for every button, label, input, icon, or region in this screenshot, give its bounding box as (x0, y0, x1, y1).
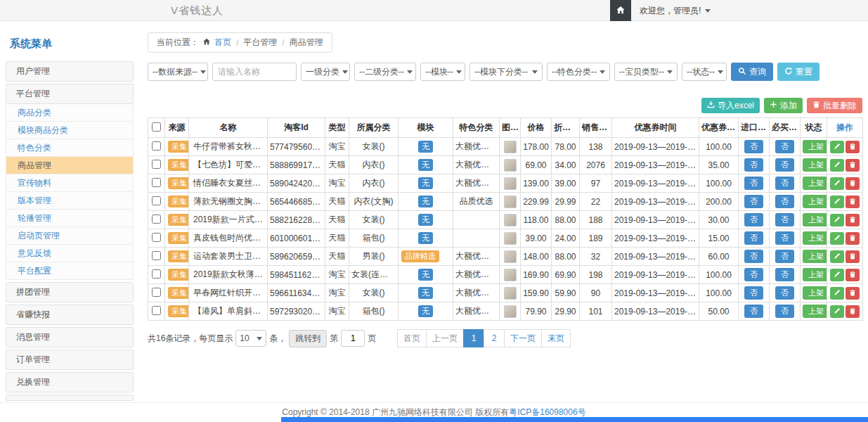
edit-button[interactable] (830, 232, 844, 245)
page-button[interactable]: 末页 (541, 329, 571, 347)
sidebar-item[interactable]: 省赚快报 (6, 305, 134, 325)
must-buy-toggle[interactable]: 否 (775, 231, 794, 245)
sidebar-item[interactable]: 轮播管理 (6, 210, 134, 227)
jump-button[interactable]: 跳转到 (289, 330, 327, 347)
row-checkbox[interactable] (152, 141, 161, 151)
import-optimal-toggle[interactable]: 否 (744, 268, 763, 281)
page-number-input[interactable] (341, 330, 365, 347)
sidebar-item-clipped[interactable] (6, 395, 134, 401)
edit-button[interactable] (830, 141, 844, 153)
sidebar-item[interactable]: 版本管理 (6, 192, 134, 210)
page-button[interactable]: 1 (463, 329, 484, 347)
edit-button[interactable] (830, 159, 844, 172)
data-source-select[interactable]: --数据来源-- (148, 63, 208, 81)
status-button[interactable]: 上架 (803, 305, 827, 318)
home-button[interactable] (610, 0, 631, 21)
edit-button[interactable] (830, 214, 844, 226)
must-buy-toggle[interactable]: 否 (775, 305, 794, 318)
sidebar-item[interactable]: 用户管理 (6, 61, 134, 82)
sidebar-item[interactable]: 特色分类 (6, 139, 134, 157)
must-buy-toggle[interactable]: 否 (775, 158, 794, 172)
import-optimal-toggle[interactable]: 否 (744, 140, 763, 153)
status-select[interactable]: --状态-- (682, 63, 727, 81)
search-button[interactable]: 查询 (731, 63, 773, 81)
status-button[interactable]: 上架 (803, 195, 827, 208)
page-size-select[interactable]: 10 (235, 330, 266, 347)
row-checkbox[interactable] (152, 306, 161, 315)
sidebar-item[interactable]: 启动页管理 (6, 227, 134, 245)
reset-button[interactable]: 重置 (777, 63, 820, 81)
status-button[interactable]: 上架 (803, 231, 827, 245)
sidebar-item[interactable]: 平台配置 (6, 262, 134, 280)
edit-button[interactable] (830, 305, 844, 318)
must-buy-toggle[interactable]: 否 (775, 213, 794, 226)
import-optimal-toggle[interactable]: 否 (744, 195, 763, 208)
row-checkbox[interactable] (152, 269, 161, 279)
row-checkbox[interactable] (152, 288, 161, 297)
status-button[interactable]: 上架 (803, 158, 827, 172)
row-checkbox[interactable] (152, 196, 161, 205)
edit-button[interactable] (830, 177, 844, 190)
import-optimal-toggle[interactable]: 否 (744, 158, 763, 172)
status-button[interactable]: 上架 (803, 140, 827, 153)
sidebar-item[interactable]: 订单管理 (6, 350, 134, 370)
delete-button[interactable] (846, 287, 860, 300)
module-subcategory-select[interactable]: --模块下分类-- (469, 63, 543, 81)
name-search-input[interactable] (212, 63, 297, 81)
module-select[interactable]: --模块-- (420, 63, 465, 81)
import-excel-button[interactable]: 导入excel (701, 98, 760, 113)
select-all-checkbox[interactable] (152, 122, 161, 132)
row-checkbox[interactable] (152, 233, 161, 242)
status-button[interactable]: 上架 (803, 250, 827, 263)
must-buy-toggle[interactable]: 否 (775, 250, 794, 263)
row-checkbox[interactable] (152, 178, 161, 187)
import-optimal-toggle[interactable]: 否 (744, 305, 763, 318)
delete-button[interactable] (846, 232, 860, 245)
level1-category-select[interactable]: 一级分类 (301, 63, 350, 81)
delete-button[interactable] (846, 269, 860, 281)
add-button[interactable]: 添加 (764, 98, 803, 113)
delete-button[interactable] (846, 159, 860, 172)
sidebar-item[interactable]: 消息管理 (6, 327, 134, 347)
delete-button[interactable] (846, 141, 860, 153)
status-button[interactable]: 上架 (803, 213, 827, 226)
import-optimal-toggle[interactable]: 否 (744, 177, 763, 190)
delete-button[interactable] (846, 177, 860, 190)
must-buy-toggle[interactable]: 否 (775, 286, 794, 300)
row-checkbox[interactable] (152, 215, 161, 224)
delete-button[interactable] (846, 196, 860, 208)
page-button[interactable]: 下一页 (504, 329, 542, 347)
sidebar-item[interactable]: 意见反馈 (6, 245, 134, 262)
sidebar-item[interactable]: 商品管理 (6, 157, 134, 174)
item-type-select[interactable]: --宝贝类型-- (614, 63, 678, 81)
delete-button[interactable] (846, 214, 860, 226)
horizontal-scrollbar[interactable] (281, 417, 868, 422)
breadcrumb-home-link[interactable]: 首页 (214, 37, 231, 49)
edit-button[interactable] (830, 196, 844, 208)
user-menu[interactable]: 欢迎您，管理员! (640, 5, 711, 17)
edit-button[interactable] (830, 250, 844, 263)
page-button[interactable]: 首页 (397, 329, 427, 347)
page-button[interactable]: 2 (484, 329, 505, 347)
must-buy-toggle[interactable]: 否 (775, 195, 794, 208)
delete-button[interactable] (846, 250, 860, 263)
import-optimal-toggle[interactable]: 否 (744, 213, 763, 226)
must-buy-toggle[interactable]: 否 (775, 140, 794, 153)
row-checkbox[interactable] (152, 160, 161, 169)
sidebar-item[interactable]: 模块商品分类 (6, 122, 134, 139)
delete-button[interactable] (846, 305, 860, 318)
level2-category-select[interactable]: --二级分类-- (354, 63, 416, 81)
feature-category-select[interactable]: --特色分类-- (547, 63, 610, 81)
status-button[interactable]: 上架 (803, 268, 827, 281)
import-optimal-toggle[interactable]: 否 (744, 286, 763, 300)
sidebar-item[interactable]: 拼团管理 (6, 282, 134, 302)
batch-delete-button[interactable]: 批量删除 (807, 98, 862, 113)
page-button[interactable]: 上一页 (426, 329, 464, 347)
icp-link[interactable]: 粤ICP备16098006号 (509, 407, 585, 417)
import-optimal-toggle[interactable]: 否 (744, 250, 763, 263)
edit-button[interactable] (830, 287, 844, 300)
status-button[interactable]: 上架 (803, 177, 827, 190)
status-button[interactable]: 上架 (803, 286, 827, 300)
sidebar-item[interactable]: 商品分类 (6, 104, 134, 122)
sidebar-item[interactable]: 宣传物料 (6, 174, 134, 192)
